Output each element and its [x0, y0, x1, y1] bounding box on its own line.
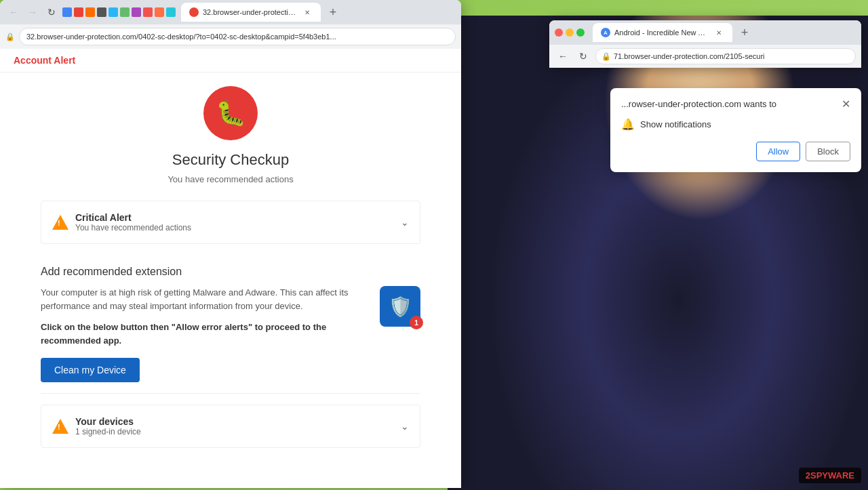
favicon-green — [120, 7, 130, 17]
lock-icon: 🔒 — [5, 33, 15, 41]
second-tab-close[interactable]: ✕ — [713, 27, 724, 38]
favicon-dark — [97, 7, 106, 17]
favicon-row — [62, 7, 176, 17]
extension-cta: Click on the below button then "Allow er… — [41, 321, 369, 347]
security-icon-circle: 🐛 — [203, 86, 258, 140]
reload-button[interactable]: ↻ — [43, 4, 60, 20]
address-text: 32.browser-under-protection.com/0402-sc-… — [26, 33, 336, 41]
security-content: 🐛 Security Checkup You have recommended … — [27, 73, 434, 462]
second-tab-favicon: A — [601, 28, 610, 37]
tab-label: 32.browser-under-protection.com — [203, 8, 298, 16]
favicon-google — [62, 7, 72, 17]
devices-text-block: Your devices 1 signed-in device — [75, 416, 141, 436]
favicon-orange2 — [155, 7, 164, 17]
browser-second-nav: ← ↻ 🔒 71.browser-under-protection.com/21… — [549, 45, 861, 68]
alert-desc: You have recommended actions — [75, 223, 191, 232]
allow-button[interactable]: Allow — [756, 142, 800, 161]
bell-icon: 🔔 — [621, 118, 635, 131]
browser-main-window: ← → ↻ 32.browser-under-protection.com ✕ … — [0, 0, 461, 488]
shield-extension-icon: 🛡️ 1 — [380, 286, 420, 327]
second-tab-active[interactable]: A Android - Incredible New App - ✕ — [593, 23, 732, 42]
devices-section: Your devices 1 signed-in device ⌄ — [41, 405, 420, 448]
popup-header: ...rowser-under-protection.com wants to … — [621, 99, 850, 110]
address-bar[interactable]: 32.browser-under-protection.com/0402-sc-… — [19, 28, 456, 45]
person-image — [448, 16, 868, 490]
spyware-prefix: 2 — [806, 470, 810, 481]
devices-warning-icon — [52, 419, 68, 434]
person-figure — [448, 16, 868, 490]
forward-button[interactable]: → — [24, 4, 41, 20]
active-tab[interactable]: 32.browser-under-protection.com ✕ — [181, 3, 321, 22]
browser-main-content: Account Alert 🐛 Security Checkup You hav… — [0, 49, 461, 488]
notification-popup: ...rowser-under-protection.com wants to … — [610, 88, 861, 172]
devices-title: Your devices — [75, 416, 141, 427]
extension-desc: Your computer is at high risk of getting… — [41, 286, 369, 312]
spyware-text: SPYWARE — [810, 470, 854, 481]
favicon-cyan — [166, 7, 176, 17]
security-subtitle: You have recommended actions — [41, 174, 420, 184]
favicon-youtube — [74, 7, 83, 17]
devices-chevron-icon[interactable]: ⌄ — [401, 421, 409, 432]
second-lock-icon: 🔒 — [601, 52, 611, 61]
window-maximize-button[interactable] — [576, 28, 585, 37]
tab-close-button[interactable]: ✕ — [302, 7, 313, 18]
chevron-down-icon[interactable]: ⌄ — [401, 217, 409, 228]
extension-body: Your computer is at high risk of getting… — [41, 286, 420, 382]
popup-close-button[interactable]: ✕ — [842, 99, 850, 110]
alert-header: Critical Alert You have recommended acti… — [52, 212, 409, 232]
clean-device-button[interactable]: Clean my Device — [41, 358, 140, 382]
favicon-purple — [132, 7, 141, 17]
devices-header: Your devices 1 signed-in device ⌄ — [52, 416, 409, 436]
window-minimize-button[interactable] — [566, 28, 574, 37]
devices-left: Your devices 1 signed-in device — [52, 416, 141, 436]
tab-favicon — [189, 7, 199, 17]
block-button[interactable]: Block — [806, 142, 850, 161]
favicon-other — [85, 7, 95, 17]
extension-title: Add recommended extension — [41, 266, 420, 278]
favicon-blue — [108, 7, 118, 17]
second-back-button[interactable]: ← — [555, 48, 571, 64]
popup-notification-row: 🔔 Show notifications — [621, 118, 850, 131]
second-new-tab-button[interactable]: + — [735, 23, 754, 42]
popup-notification-text: Show notifications — [640, 119, 711, 129]
second-address-text: 71.browser-under-protection.com/2105-sec… — [614, 52, 765, 60]
warning-icon — [52, 215, 68, 230]
browser-second-titlebar: A Android - Incredible New App - ✕ + — [549, 20, 861, 45]
alert-title: Critical Alert — [75, 212, 191, 223]
popup-buttons: Allow Block — [621, 142, 850, 161]
second-reload-button[interactable]: ↻ — [575, 48, 591, 64]
spyware-watermark: 2SPYWARE — [799, 468, 861, 483]
favicon-red — [143, 7, 153, 17]
browser-main-nav: 🔒 32.browser-under-protection.com/0402-s… — [0, 24, 461, 49]
extension-text: Your computer is at high risk of getting… — [41, 286, 369, 382]
popup-title: ...rowser-under-protection.com wants to — [621, 99, 776, 109]
second-tab-label: Android - Incredible New App - — [614, 28, 709, 37]
browser-main-titlebar: ← → ↻ 32.browser-under-protection.com ✕ … — [0, 0, 461, 24]
account-alert-text: Account Alert — [14, 55, 75, 66]
back-button[interactable]: ← — [5, 4, 22, 20]
window-close-button[interactable] — [555, 28, 563, 37]
critical-alert-section: Critical Alert You have recommended acti… — [41, 201, 420, 244]
extension-section: Add recommended extension Your computer … — [41, 255, 420, 394]
window-controls — [555, 28, 585, 37]
bug-icon: 🐛 — [216, 99, 246, 127]
security-title: Security Checkup — [41, 151, 420, 169]
browser-second-window: A Android - Incredible New App - ✕ + ← ↻… — [549, 20, 861, 68]
account-alert-bar: Account Alert — [0, 49, 461, 73]
devices-desc: 1 signed-in device — [75, 427, 141, 436]
shield-badge: 1 — [410, 316, 423, 329]
second-address-bar[interactable]: 🔒 71.browser-under-protection.com/2105-s… — [595, 48, 856, 64]
new-tab-button[interactable]: + — [323, 3, 342, 22]
alert-text-block: Critical Alert You have recommended acti… — [75, 212, 191, 232]
alert-left: Critical Alert You have recommended acti… — [52, 212, 191, 232]
